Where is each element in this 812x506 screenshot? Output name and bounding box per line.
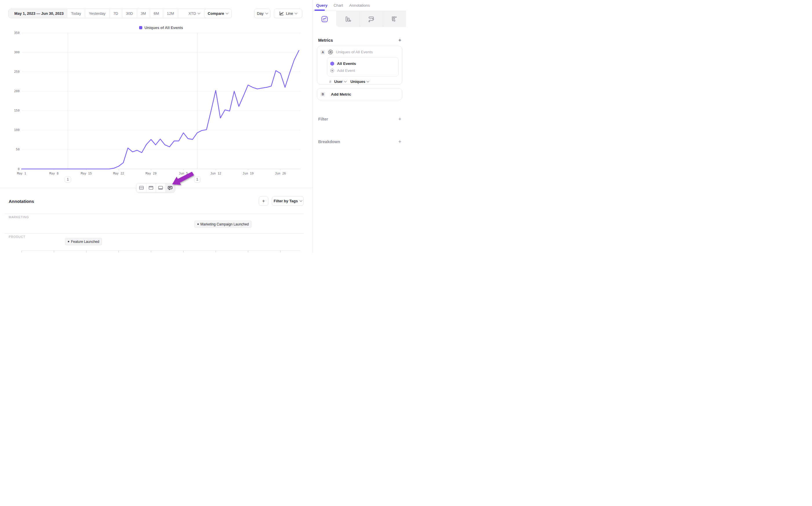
add-annotation-button[interactable]: + [259, 196, 268, 206]
chart-annotation-marker[interactable]: 1 [65, 176, 71, 183]
filter-by-tags-label: Filter by Tags [274, 199, 298, 203]
tab-annotations[interactable]: Annotations [349, 3, 370, 8]
metric-scope-icon [328, 49, 333, 55]
event-name: All Events [337, 62, 356, 66]
svg-text:Jun 19: Jun 19 [243, 172, 254, 175]
metric-chip-a: A [321, 50, 325, 55]
annotation-label: Feature Launched [71, 240, 99, 244]
svg-text:50: 50 [16, 148, 20, 151]
chart-annotation-marker[interactable]: 1 [194, 176, 200, 183]
svg-text:0: 0 [18, 167, 19, 171]
annotation-group-label: PRODUCT [9, 235, 25, 239]
metric-a-title: Uniques of All Events [336, 50, 373, 54]
chevron-down-icon [367, 80, 369, 83]
annotations-timeline-axis [0, 250, 313, 253]
metrics-heading: Metrics [318, 38, 398, 43]
add-metric-plus-button[interactable]: + [398, 38, 401, 43]
count-symbol: # [329, 79, 331, 84]
add-event-button[interactable]: Add Event [330, 67, 395, 74]
metric-card-a: A Uniques of All Events All Events [317, 46, 402, 85]
aggregation-row: # User Uniques [329, 79, 399, 84]
breakdown-section: Breakdown + [318, 139, 401, 144]
event-item-all-events[interactable]: All Events [330, 60, 395, 67]
entity-select[interactable]: User [334, 79, 346, 84]
layout-switcher-toolbar [136, 183, 175, 192]
annotation-label: Marketing Campaign Launched [200, 222, 249, 226]
panel-top-icon [148, 185, 154, 191]
split-horizontal-icon [139, 185, 144, 191]
bar-chart-icon [344, 16, 351, 23]
metrics-header: Metrics + [318, 38, 401, 43]
annotation-pill[interactable]: Marketing Campaign Launched [194, 221, 252, 228]
tab-query[interactable]: Query [316, 3, 328, 8]
svg-text:May 22: May 22 [113, 172, 124, 175]
main-area: May 1, 2023 — Jun 30, 2023 TodayYesterda… [0, 0, 313, 253]
panel-top-button[interactable] [146, 183, 156, 192]
report-type-strip [313, 11, 406, 27]
active-tab-underline [314, 10, 325, 11]
panel-bottom-button[interactable] [156, 183, 165, 192]
metric-chip-b: B [321, 92, 325, 96]
annotation-pill[interactable]: Feature Launched [65, 238, 102, 245]
svg-text:May 15: May 15 [81, 172, 92, 175]
add-breakdown-button[interactable]: + [398, 139, 401, 144]
svg-text:150: 150 [14, 109, 20, 112]
filter-label: Filter [318, 117, 398, 121]
row-divider [4, 214, 304, 214]
report-type-retention-button[interactable] [383, 11, 406, 27]
annotation-dot-icon [68, 241, 69, 242]
entity-label: User [334, 79, 343, 84]
insights-chart-icon [321, 16, 328, 23]
row-divider [4, 233, 304, 234]
tab-chart[interactable]: Chart [334, 3, 343, 8]
aggregation-label: Uniques [350, 79, 365, 84]
report-type-funnels-button[interactable] [336, 11, 359, 27]
svg-text:100: 100 [14, 128, 20, 132]
insights-report-page: May 1, 2023 — Jun 30, 2023 TodayYesterda… [0, 0, 406, 253]
svg-text:May 1: May 1 [17, 172, 26, 175]
svg-text:300: 300 [14, 51, 20, 54]
svg-text:350: 350 [14, 31, 20, 34]
svg-text:May 8: May 8 [49, 172, 59, 175]
filter-by-tags-button[interactable]: Filter by Tags [272, 196, 304, 206]
filter-section: Filter + [318, 116, 401, 122]
add-metric-label: Add Metric [331, 92, 351, 96]
flow-icon [368, 16, 375, 23]
hexagon-plus-icon [330, 68, 335, 73]
metric-a-header[interactable]: A Uniques of All Events [321, 49, 399, 55]
svg-text:Jun 12: Jun 12 [210, 172, 221, 175]
event-list-card: All Events Add Event [327, 57, 399, 77]
add-metric-card[interactable]: B Add Metric [317, 88, 402, 100]
grid-dots-icon [391, 16, 398, 23]
report-type-flows-button[interactable] [360, 11, 383, 27]
split-horizontal-button[interactable] [137, 183, 146, 192]
chevron-down-icon [299, 199, 302, 202]
annotations-view-button[interactable] [165, 183, 175, 192]
chevron-down-icon [344, 80, 347, 83]
svg-text:250: 250 [14, 70, 20, 73]
svg-text:Jun 26: Jun 26 [275, 172, 286, 175]
annotation-group-label: MARKETING [9, 215, 29, 219]
add-filter-button[interactable]: + [398, 116, 401, 122]
svg-text:Jun 5: Jun 5 [179, 172, 188, 175]
svg-text:May 29: May 29 [146, 172, 157, 175]
add-event-label: Add Event [337, 68, 355, 73]
line-chart: 050100150200250300350May 1May 8May 15May… [0, 0, 313, 188]
report-type-insights-button[interactable] [313, 11, 336, 27]
annotations-title: Annotations [9, 199, 34, 204]
query-sidebar: Query Chart Annotations [313, 0, 406, 253]
sidebar-tabs: Query Chart Annotations [313, 0, 406, 11]
comment-icon [167, 185, 173, 191]
plus-icon: + [262, 198, 265, 204]
aggregation-select[interactable]: Uniques [350, 79, 369, 84]
breakdown-label: Breakdown [318, 140, 398, 144]
svg-text:200: 200 [14, 89, 20, 93]
panel-bottom-icon [158, 185, 164, 191]
hexagon-icon [330, 62, 335, 66]
annotation-dot-icon [197, 224, 199, 225]
